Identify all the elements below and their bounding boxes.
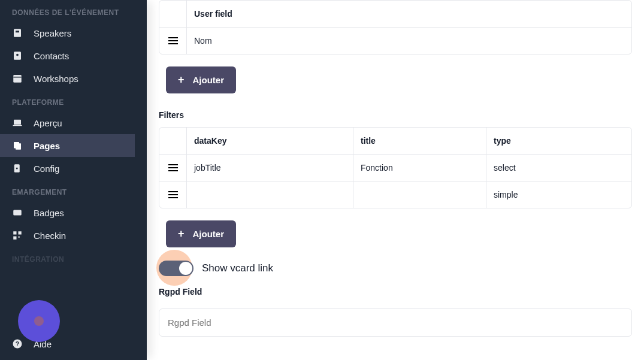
rgpd-heading: Rgpd Field	[159, 287, 632, 297]
filter-datakey-cell[interactable]	[187, 181, 353, 208]
laptop-icon	[12, 117, 26, 128]
section-title-event-data: DONNÉES DE L'ÉVÉNEMENT	[0, 0, 147, 22]
filters-heading: Filters	[159, 110, 632, 120]
filter-datakey-cell[interactable]: jobTitle	[187, 155, 353, 181]
add-filter-button[interactable]: + Ajouter	[166, 220, 236, 247]
table-header-row: User field	[159, 1, 631, 28]
contacts-icon	[12, 50, 26, 61]
svg-rect-14	[19, 231, 22, 234]
sidebar-item-label: Config	[34, 164, 59, 174]
sidebar-item-label: Pages	[34, 141, 60, 151]
plus-icon: +	[178, 228, 185, 240]
sidebar-item-label: Badges	[34, 208, 64, 218]
svg-point-3	[16, 54, 19, 56]
sidebar-item-label: Workshops	[34, 74, 78, 84]
svg-rect-16	[19, 237, 20, 238]
help-fab[interactable]	[18, 300, 60, 342]
calendar-icon	[12, 73, 26, 84]
handle-header	[159, 128, 187, 154]
column-header-datakey: dataKey	[187, 128, 353, 154]
svg-text:?: ?	[16, 340, 19, 347]
speakers-icon	[12, 28, 26, 38]
sidebar-item-apercu[interactable]: Aperçu	[0, 111, 147, 134]
drag-icon	[168, 191, 178, 198]
svg-point-11	[16, 168, 18, 170]
sidebar-item-contacts[interactable]: Contacts	[0, 44, 147, 67]
svg-rect-22	[168, 164, 178, 165]
table-row: simple	[159, 181, 631, 208]
svg-rect-0	[14, 29, 21, 37]
sidebar-item-checkin[interactable]: Checkin	[0, 224, 147, 247]
sidebar-item-pages[interactable]: Pages	[0, 134, 147, 157]
svg-rect-6	[14, 120, 21, 125]
column-header-user-field: User field	[187, 1, 631, 27]
svg-rect-7	[13, 125, 22, 126]
user-field-cell[interactable]: Nom	[187, 28, 631, 54]
qrcode-icon	[12, 230, 26, 241]
sidebar-item-workshops[interactable]: Workshops	[0, 67, 147, 90]
svg-rect-12	[13, 210, 22, 216]
filter-title-cell[interactable]	[353, 181, 486, 208]
sidebar-item-badges[interactable]: Badges	[0, 201, 147, 224]
svg-rect-27	[168, 197, 178, 198]
drag-icon	[168, 164, 178, 171]
filter-type-cell[interactable]: simple	[486, 181, 631, 208]
main-content: User field Nom + Ajouter Filters dataKey…	[147, 0, 644, 360]
rgpd-field-input[interactable]	[159, 308, 632, 337]
svg-rect-21	[168, 43, 178, 44]
svg-rect-15	[13, 237, 16, 240]
config-icon	[12, 163, 26, 174]
svg-rect-5	[13, 77, 22, 78]
svg-rect-4	[13, 75, 22, 83]
vcard-toggle[interactable]	[159, 261, 193, 276]
sidebar-item-help[interactable]: ? Aide	[0, 334, 147, 354]
filters-table: dataKey title type jobTitle Fonction sel…	[159, 127, 632, 208]
svg-rect-13	[13, 231, 16, 234]
svg-rect-9	[16, 143, 21, 150]
sidebar-item-speakers[interactable]: Speakers	[0, 22, 147, 44]
svg-rect-24	[168, 170, 178, 171]
drag-handle[interactable]	[159, 155, 187, 181]
filter-title-cell[interactable]: Fonction	[353, 155, 486, 181]
sidebar: DONNÉES DE L'ÉVÉNEMENT Speakers Contacts…	[0, 0, 147, 360]
svg-rect-23	[168, 167, 178, 168]
svg-rect-19	[168, 37, 178, 38]
handle-header	[159, 1, 187, 27]
section-title-platform: PLATEFORME	[0, 90, 147, 111]
column-header-type: type	[486, 128, 631, 154]
button-label: Ajouter	[193, 229, 225, 239]
sidebar-item-label: Aperçu	[34, 118, 62, 128]
sidebar-item-label: Contacts	[34, 51, 69, 61]
sidebar-right-edge	[135, 0, 147, 360]
table-row: Nom	[159, 28, 631, 54]
sidebar-item-label: Speakers	[34, 28, 71, 38]
svg-rect-26	[168, 194, 178, 195]
vcard-toggle-row: Show vcard link	[159, 261, 632, 276]
table-header-row: dataKey title type	[159, 128, 631, 155]
column-header-title: title	[353, 128, 486, 154]
drag-handle[interactable]	[159, 28, 187, 54]
help-icon: ?	[12, 338, 26, 349]
badge-icon	[12, 207, 26, 218]
svg-rect-1	[16, 31, 19, 32]
pages-icon	[12, 140, 26, 151]
add-user-field-button[interactable]: + Ajouter	[166, 66, 236, 93]
table-row: jobTitle Fonction select	[159, 155, 631, 181]
section-title-checkin: EMARGEMENT	[0, 180, 147, 201]
section-title-integration: INTÉGRATION	[0, 247, 147, 268]
svg-rect-25	[168, 191, 178, 192]
sidebar-item-label: Checkin	[34, 231, 66, 241]
drag-handle[interactable]	[159, 181, 187, 208]
filter-type-cell[interactable]: select	[486, 155, 631, 181]
drag-icon	[168, 37, 178, 44]
sidebar-item-config[interactable]: Config	[0, 157, 147, 180]
vcard-toggle-label: Show vcard link	[202, 262, 273, 274]
svg-rect-20	[168, 40, 178, 41]
plus-icon: +	[178, 74, 185, 86]
button-label: Ajouter	[193, 75, 225, 85]
user-field-table: User field Nom	[159, 0, 632, 55]
